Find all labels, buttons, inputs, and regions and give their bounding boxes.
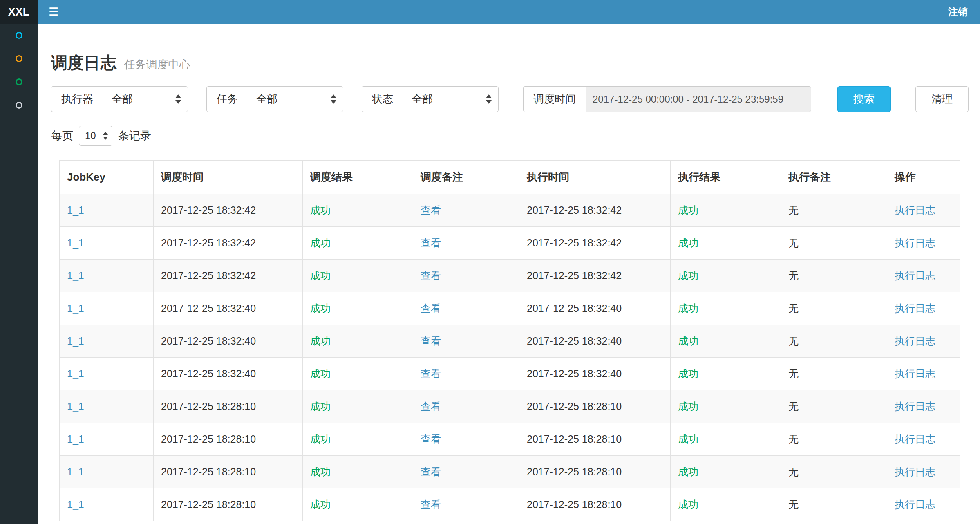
execution-log-link[interactable]: 执行日志: [895, 401, 935, 412]
main-content: 调度日志 任务调度中心 执行器 全部 任务 全部 状态: [38, 24, 980, 524]
sidebar-item-3[interactable]: [0, 70, 38, 94]
jobkey-link[interactable]: 1_1: [67, 368, 84, 379]
filter-executor-value: 全部: [112, 92, 133, 106]
handle-msg-cell: 无: [781, 194, 887, 227]
filter-status-value: 全部: [412, 92, 433, 106]
table-header-row: JobKey调度时间调度结果调度备注执行时间执行结果执行备注操作: [60, 161, 960, 194]
log-table: JobKey调度时间调度结果调度备注执行时间执行结果执行备注操作 1_12017…: [59, 160, 960, 521]
jobkey-link[interactable]: 1_1: [67, 204, 84, 216]
filter-executor-label: 执行器: [51, 86, 103, 112]
select-arrows-icon: [331, 94, 336, 104]
handle-time-cell: 2017-12-25 18:28:10: [519, 423, 671, 456]
jobkey-link[interactable]: 1_1: [67, 302, 84, 314]
page-size-select[interactable]: 10: [79, 126, 112, 146]
trigger-msg-link[interactable]: 查看: [421, 204, 441, 216]
execution-log-link[interactable]: 执行日志: [895, 466, 935, 477]
table-row: 1_12017-12-25 18:32:40成功查看2017-12-25 18:…: [60, 358, 960, 390]
execution-log-link[interactable]: 执行日志: [895, 499, 935, 510]
column-header: 执行时间: [519, 161, 671, 194]
circle-outline-icon: [16, 102, 22, 109]
handle-time-cell: 2017-12-25 18:32:40: [519, 358, 671, 390]
jobkey-link[interactable]: 1_1: [67, 335, 84, 347]
filter-time-group: 调度时间: [523, 86, 811, 112]
trigger-time-cell: 2017-12-25 18:32:42: [154, 227, 303, 260]
handle-result-status: 成功: [678, 237, 698, 249]
select-arrows-icon: [103, 132, 108, 140]
handle-time-cell: 2017-12-25 18:32:42: [519, 227, 671, 260]
circle-outline-icon: [16, 32, 22, 39]
table-row: 1_12017-12-25 18:28:10成功查看2017-12-25 18:…: [60, 456, 960, 488]
column-header: 调度结果: [303, 161, 413, 194]
execution-log-link[interactable]: 执行日志: [895, 204, 935, 216]
execution-log-link[interactable]: 执行日志: [895, 368, 935, 379]
execution-log-link[interactable]: 执行日志: [895, 270, 935, 281]
handle-result-status: 成功: [678, 335, 698, 347]
search-button[interactable]: 搜索: [837, 86, 891, 112]
page-size-prefix: 每页: [51, 128, 73, 143]
sidebar-item-4[interactable]: [0, 94, 38, 117]
handle-msg-cell: 无: [781, 358, 887, 390]
execution-log-link[interactable]: 执行日志: [895, 335, 935, 347]
jobkey-link[interactable]: 1_1: [67, 401, 84, 412]
execution-log-link[interactable]: 执行日志: [895, 237, 935, 249]
jobkey-link[interactable]: 1_1: [67, 270, 84, 281]
filter-job-value: 全部: [256, 92, 277, 106]
trigger-result-status: 成功: [310, 237, 331, 249]
handle-result-status: 成功: [678, 368, 698, 379]
sidebar-item-1[interactable]: [0, 24, 38, 47]
handle-time-cell: 2017-12-25 18:28:10: [519, 456, 671, 488]
handle-time-cell: 2017-12-25 18:32:40: [519, 292, 671, 325]
handle-result-status: 成功: [678, 433, 698, 445]
filter-executor-select[interactable]: 全部: [103, 86, 188, 112]
app-logo[interactable]: XXL: [0, 0, 38, 24]
trigger-msg-link[interactable]: 查看: [421, 466, 441, 477]
column-header: 执行备注: [781, 161, 887, 194]
filter-job-select[interactable]: 全部: [248, 86, 343, 112]
trigger-msg-link[interactable]: 查看: [421, 499, 441, 510]
clear-button[interactable]: 清理: [915, 86, 969, 112]
trigger-result-status: 成功: [310, 335, 331, 347]
column-header: JobKey: [60, 161, 154, 194]
jobkey-link[interactable]: 1_1: [67, 499, 84, 510]
filter-status-select[interactable]: 全部: [403, 86, 499, 112]
trigger-msg-link[interactable]: 查看: [421, 401, 441, 412]
table-row: 1_12017-12-25 18:32:42成功查看2017-12-25 18:…: [60, 260, 960, 292]
page-subtitle: 任务调度中心: [124, 58, 190, 71]
page-size-value: 10: [85, 130, 96, 141]
handle-msg-cell: 无: [781, 325, 887, 358]
sidebar-toggle-icon[interactable]: ☰: [38, 5, 69, 18]
handle-msg-cell: 无: [781, 488, 887, 521]
table-row: 1_12017-12-25 18:28:10成功查看2017-12-25 18:…: [60, 423, 960, 456]
trigger-result-status: 成功: [310, 368, 331, 379]
handle-result-status: 成功: [678, 302, 698, 314]
handle-time-cell: 2017-12-25 18:28:10: [519, 390, 671, 423]
trigger-result-status: 成功: [310, 302, 331, 314]
trigger-msg-link[interactable]: 查看: [421, 433, 441, 445]
log-table-wrap: JobKey调度时间调度结果调度备注执行时间执行结果执行备注操作 1_12017…: [59, 160, 960, 521]
trigger-msg-link[interactable]: 查看: [421, 270, 441, 281]
jobkey-link[interactable]: 1_1: [67, 466, 84, 477]
execution-log-link[interactable]: 执行日志: [895, 433, 935, 445]
trigger-msg-link[interactable]: 查看: [421, 302, 441, 314]
trigger-time-cell: 2017-12-25 18:32:42: [154, 194, 303, 227]
trigger-result-status: 成功: [310, 466, 331, 477]
trigger-time-cell: 2017-12-25 18:32:40: [154, 325, 303, 358]
column-header: 操作: [887, 161, 960, 194]
jobkey-link[interactable]: 1_1: [67, 433, 84, 445]
jobkey-link[interactable]: 1_1: [67, 237, 84, 249]
trigger-msg-link[interactable]: 查看: [421, 237, 441, 249]
sidebar-menu: [0, 24, 38, 524]
handle-result-status: 成功: [678, 204, 698, 216]
sidebar-item-2[interactable]: [0, 47, 38, 70]
execution-log-link[interactable]: 执行日志: [895, 302, 935, 314]
trigger-msg-link[interactable]: 查看: [421, 368, 441, 379]
handle-msg-cell: 无: [781, 423, 887, 456]
top-navbar: XXL ☰ 注销: [0, 0, 980, 24]
trigger-msg-link[interactable]: 查看: [421, 335, 441, 347]
circle-outline-icon: [16, 55, 22, 62]
filter-time-label: 调度时间: [523, 86, 586, 112]
filter-time-input[interactable]: [586, 86, 811, 112]
handle-time-cell: 2017-12-25 18:32:42: [519, 194, 671, 227]
navbar-main: ☰ 注销: [38, 0, 980, 24]
logout-link[interactable]: 注销: [936, 5, 980, 18]
